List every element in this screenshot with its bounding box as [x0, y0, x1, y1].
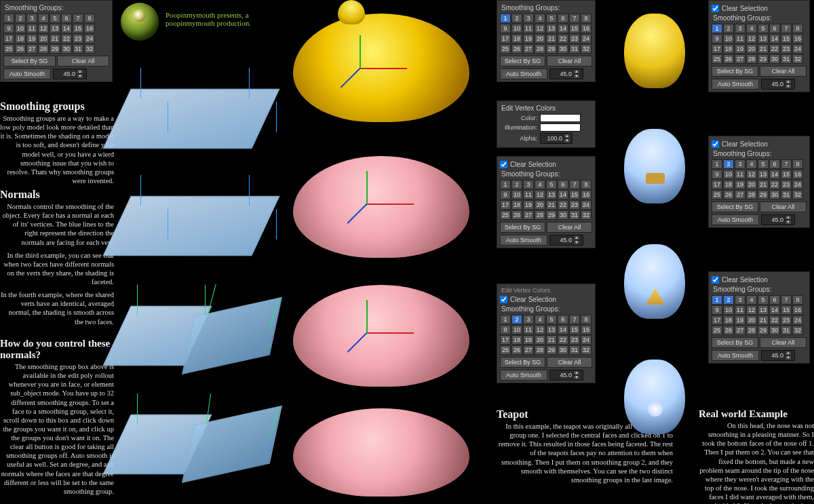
sg-button-26[interactable]: 26 — [511, 44, 522, 54]
sg-button-3[interactable]: 3 — [523, 315, 534, 324]
sg-button-25[interactable]: 25 — [712, 54, 722, 64]
sg-button-1[interactable]: 1 — [500, 14, 511, 23]
sg-button-9[interactable]: 9 — [500, 325, 511, 334]
sg-button-26[interactable]: 26 — [511, 210, 522, 220]
sg-button-11[interactable]: 11 — [735, 34, 745, 43]
sg-button-2[interactable]: 2 — [723, 159, 734, 169]
sg-button-29[interactable]: 29 — [758, 54, 769, 64]
sg-button-22[interactable]: 22 — [61, 34, 72, 43]
sg-button-30[interactable]: 30 — [558, 210, 568, 220]
sg-button-8[interactable]: 8 — [792, 24, 803, 33]
sg-button-12[interactable]: 12 — [38, 24, 49, 33]
sg-button-30[interactable]: 30 — [769, 190, 780, 199]
sg-button-21[interactable]: 21 — [50, 34, 60, 43]
sg-button-11[interactable]: 11 — [735, 170, 745, 179]
select-by-sg-button[interactable]: Select By SG — [712, 66, 758, 77]
sg-button-21[interactable]: 21 — [758, 315, 769, 325]
sg-button-9[interactable]: 9 — [712, 34, 722, 43]
sg-button-15[interactable]: 15 — [569, 325, 580, 334]
sg-button-19[interactable]: 19 — [523, 200, 534, 210]
sg-button-26[interactable]: 26 — [511, 345, 522, 355]
clear-selection-checkbox[interactable] — [712, 276, 719, 284]
sg-button-15[interactable]: 15 — [569, 190, 580, 199]
clear-selection-checkbox[interactable] — [500, 296, 507, 303]
spin-down-icon[interactable]: ▼ — [77, 74, 83, 79]
sg-button-24[interactable]: 24 — [792, 180, 803, 189]
clear-all-button[interactable]: Clear All — [57, 56, 109, 66]
sg-button-13[interactable]: 13 — [546, 325, 557, 334]
sg-button-18[interactable]: 18 — [511, 335, 522, 345]
sg-button-20[interactable]: 20 — [746, 44, 757, 54]
sg-button-10[interactable]: 10 — [511, 190, 522, 199]
sg-button-23[interactable]: 23 — [569, 34, 580, 43]
sg-button-27[interactable]: 27 — [523, 210, 534, 220]
sg-button-14[interactable]: 14 — [61, 24, 72, 33]
sg-button-9[interactable]: 9 — [500, 24, 511, 33]
sg-button-22[interactable]: 22 — [769, 315, 780, 325]
sg-button-3[interactable]: 3 — [523, 180, 534, 189]
sg-button-23[interactable]: 23 — [73, 34, 83, 43]
sg-button-29[interactable]: 29 — [546, 44, 557, 54]
sg-button-5[interactable]: 5 — [546, 180, 557, 189]
sg-button-27[interactable]: 27 — [735, 326, 745, 335]
sg-button-21[interactable]: 21 — [546, 34, 557, 43]
sg-button-32[interactable]: 32 — [84, 44, 95, 54]
sg-button-29[interactable]: 29 — [758, 326, 769, 335]
sg-button-23[interactable]: 23 — [569, 200, 580, 210]
sg-button-29[interactable]: 29 — [50, 44, 60, 54]
sg-button-17[interactable]: 17 — [712, 315, 722, 325]
select-by-sg-button[interactable]: Select By SG — [3, 56, 56, 66]
spin-down-icon[interactable]: ▼ — [785, 84, 792, 89]
sg-button-21[interactable]: 21 — [758, 180, 769, 189]
sg-button-10[interactable]: 10 — [15, 24, 26, 33]
sg-button-19[interactable]: 19 — [523, 335, 534, 345]
sg-button-18[interactable]: 18 — [723, 180, 734, 189]
sg-button-20[interactable]: 20 — [535, 335, 545, 345]
sg-button-19[interactable]: 19 — [26, 34, 37, 43]
sg-button-32[interactable]: 32 — [581, 44, 592, 54]
sg-button-4[interactable]: 4 — [38, 14, 49, 23]
angle-input[interactable] — [762, 81, 785, 88]
sg-button-16[interactable]: 16 — [581, 190, 592, 199]
sg-button-30[interactable]: 30 — [769, 326, 780, 335]
sg-button-5[interactable]: 5 — [50, 14, 60, 23]
sg-button-9[interactable]: 9 — [500, 190, 511, 199]
sg-button-20[interactable]: 20 — [746, 180, 757, 189]
sg-button-24[interactable]: 24 — [792, 44, 803, 54]
sg-button-24[interactable]: 24 — [581, 335, 592, 345]
clear-selection-checkbox[interactable] — [712, 5, 719, 12]
sg-button-4[interactable]: 4 — [535, 315, 545, 324]
sg-button-28[interactable]: 28 — [38, 44, 49, 54]
sg-button-25[interactable]: 25 — [712, 326, 722, 335]
auto-smooth-button[interactable]: Auto Smooth — [500, 69, 547, 79]
sg-button-3[interactable]: 3 — [26, 14, 37, 23]
sg-button-27[interactable]: 27 — [523, 44, 534, 54]
sg-button-28[interactable]: 28 — [535, 345, 545, 355]
sg-button-5[interactable]: 5 — [758, 24, 769, 33]
sg-button-19[interactable]: 19 — [735, 180, 745, 189]
sg-button-6[interactable]: 6 — [769, 295, 780, 305]
sg-button-25[interactable]: 25 — [500, 44, 511, 54]
sg-button-5[interactable]: 5 — [546, 315, 557, 324]
sg-button-19[interactable]: 19 — [735, 315, 745, 325]
sg-button-14[interactable]: 14 — [769, 34, 780, 43]
sg-button-14[interactable]: 14 — [769, 305, 780, 315]
sg-button-9[interactable]: 9 — [3, 24, 14, 33]
sg-button-22[interactable]: 22 — [558, 34, 568, 43]
sg-button-6[interactable]: 6 — [558, 315, 568, 324]
sg-button-24[interactable]: 24 — [581, 34, 592, 43]
spin-up-icon[interactable]: ▲ — [785, 215, 792, 220]
sg-button-32[interactable]: 32 — [792, 326, 803, 335]
sg-button-19[interactable]: 19 — [523, 34, 534, 43]
sg-button-8[interactable]: 8 — [581, 315, 592, 324]
spin-down-icon[interactable]: ▼ — [785, 355, 792, 360]
sg-button-19[interactable]: 19 — [735, 44, 745, 54]
sg-button-8[interactable]: 8 — [581, 180, 592, 189]
sg-button-25[interactable]: 25 — [500, 210, 511, 220]
angle-input[interactable] — [762, 216, 785, 223]
clear-all-button[interactable]: Clear All — [547, 357, 592, 368]
select-by-sg-button[interactable]: Select By SG — [500, 357, 545, 368]
sg-button-5[interactable]: 5 — [758, 159, 769, 169]
spin-up-icon[interactable]: ▲ — [77, 69, 83, 74]
sg-button-10[interactable]: 10 — [723, 170, 734, 179]
